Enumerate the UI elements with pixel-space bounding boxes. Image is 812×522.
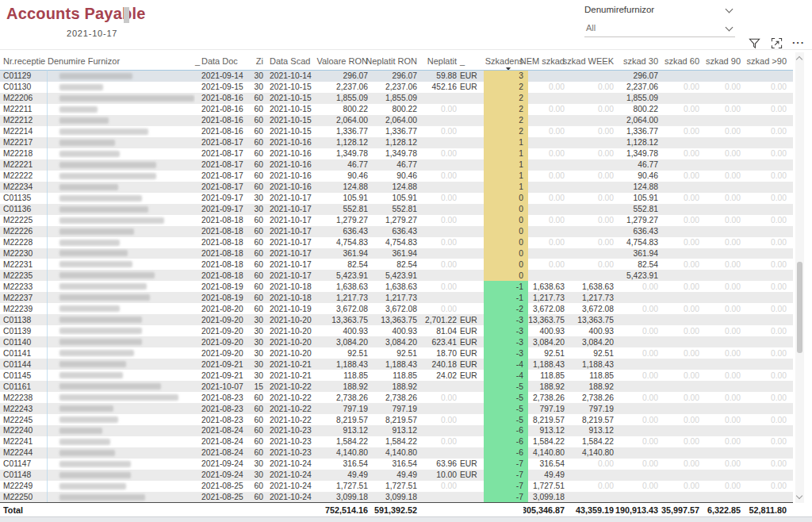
cell-nep: 913.12 [368,425,419,436]
table-row[interactable]: M222212021-08-17602021-10-1646.7746.7714… [0,159,793,171]
column-header-s90[interactable]: szkad 90 [699,52,741,70]
cell-cur: EUR [460,347,482,359]
column-header-eur[interactable]: Neplatit [417,52,457,70]
table-row[interactable]: M222382021-08-23602021-10-222,738.262,73… [0,392,793,403]
cell-val: 913.12 [316,425,370,436]
table-row[interactable]: M222062021-08-16602021-10-151,855.091,85… [0,93,793,104]
table-row[interactable]: C011302021-09-15302021-10-152,237.062,23… [0,82,793,93]
column-header-label: szkad 60 [665,56,699,66]
table-row[interactable]: C011352021-09-17302021-10-17105.91105.91… [0,193,793,204]
table-row[interactable]: M222392021-08-20602021-10-193,672.083,67… [0,303,793,314]
column-header-s30[interactable]: szkad 30 [614,52,658,70]
cell-cur [460,104,482,115]
column-header-s60[interactable]: szkad 60 [658,52,699,70]
table-row[interactable]: C011482021-09-24302021-10-2449.4949.4910… [0,470,793,481]
cell-vendor [48,226,195,237]
cell-s90: 0.00 [699,392,742,403]
cell-eur: 59.88 [417,71,458,82]
redacted-vendor-name [59,129,148,135]
table-row[interactable]: M222342021-08-17602021-10-16124.88124.88… [0,182,793,193]
table-row[interactable]: M222442021-08-24602021-10-234,140.804,14… [0,447,793,459]
column-header-nr[interactable]: Nr.receptie [3,52,48,70]
cell-u1 [195,370,201,381]
cell-eur [417,425,458,436]
table-row[interactable]: M222222021-08-17602021-10-1690.4690.460.… [0,171,793,182]
cell-u1 [195,347,201,359]
focus-mode-icon[interactable] [769,36,783,50]
column-header-week[interactable]: szkad WEEK [565,52,614,70]
cell-doc: 2021-08-23 [201,392,247,403]
redacted-vendor-name [59,339,142,345]
table-row[interactable]: M222352021-08-18602021-10-175,423.915,42… [0,270,793,281]
table-row[interactable]: M222282021-08-18602021-10-174,754.834,75… [0,237,793,248]
cell-eur: 0.00 [417,392,458,403]
table-row[interactable]: M222332021-08-19602021-10-181,638.631,63… [0,281,793,292]
cell-cur [460,481,482,492]
cell-vendor [48,148,195,159]
scroll-up-icon[interactable] [797,56,802,61]
redacted-vendor-name [59,483,126,489]
column-header-cur[interactable]: _ [460,52,482,70]
column-header-label: _ [460,56,465,66]
cell-eur: 24.02 [417,370,458,381]
table-row[interactable]: M222252021-08-18602021-10-171,279.271,27… [0,215,793,226]
column-header-doc[interactable]: Data Doc [201,52,247,70]
cell-s90p: 0.00 [741,414,788,425]
filter-icon[interactable] [747,36,761,50]
scrollbar-thumb[interactable] [797,262,802,353]
table-row[interactable]: C011392021-09-20302021-10-20400.93400.93… [0,325,793,336]
table-row[interactable]: C011412021-09-20302021-10-2092.5192.5118… [0,347,793,359]
table-row[interactable]: M222402021-08-24602021-10-23913.12913.12… [0,425,793,436]
table-row[interactable]: M222412021-08-24602021-10-231,584.221,58… [0,436,793,447]
cell-vendor [48,370,195,381]
table-row[interactable]: M222312021-08-18602021-10-1782.5482.540.… [0,259,793,270]
table-row[interactable]: M222302021-08-18602021-10-17361.94361.94… [0,248,793,259]
table-row[interactable]: M222502021-08-25602021-10-243,099.183,09… [0,492,793,502]
slicer-header[interactable]: Denumirefurnizor [584,3,735,16]
cell-nep: 400.93 [368,325,419,336]
vertical-scrollbar[interactable] [795,52,804,503]
table-row[interactable]: C011402021-09-20302021-10-203,084.203,08… [0,336,793,347]
scroll-down-icon[interactable] [797,493,802,499]
column-header-val[interactable]: Valoare RON [316,52,368,70]
cell-scad: 2021-10-17 [270,248,316,259]
column-header-zi[interactable]: Zi [244,52,263,70]
cell-s60: 0.00 [658,148,701,159]
cell-scad: 2021-10-23 [270,447,316,459]
column-header-szk[interactable]: Szkadens [484,52,523,70]
table-row[interactable]: M222492021-08-25602021-10-241,727.511,72… [0,481,793,492]
cell-zi: 60 [244,481,265,492]
cell-nep: 361.94 [368,248,419,259]
table-row[interactable]: M222172021-08-17602021-10-161,128.121,12… [0,137,793,148]
table-row[interactable]: C011292021-09-14302021-10-14296.07296.07… [0,70,793,82]
slicer-dropdown[interactable]: All [584,21,735,37]
cell-s90p [741,492,788,502]
table-row[interactable]: C011452021-09-21302021-10-21118.85118.85… [0,370,793,381]
column-header-nem[interactable]: NEM szkad [523,52,565,70]
table-row[interactable]: M222452021-08-23602021-10-228,219.578,21… [0,414,793,425]
table-row[interactable]: C011472021-09-24302021-10-24316.54316.54… [0,459,793,470]
table-row[interactable]: M222372021-08-19602021-10-181,217.731,21… [0,292,793,303]
table-row[interactable]: C011612021-10-07152021-10-22188.92188.92… [0,381,793,392]
table-row[interactable]: M222112021-08-16602021-10-15800.22800.22… [0,104,793,115]
table-row[interactable]: C011382021-09-20302021-10-2013,363.7513,… [0,314,793,325]
table-row[interactable]: M222182021-08-17602021-10-161,349.781,34… [0,148,793,159]
column-header-s90p[interactable]: szkad >90 [741,52,787,70]
table-row[interactable]: C011362021-09-17302021-10-17552.81552.81… [0,204,793,215]
more-options-icon[interactable]: ··· [791,36,806,50]
table-row[interactable]: M222262021-08-18602021-10-17636.43636.43… [0,226,793,237]
cell-nr: M22245 [3,414,48,425]
title-cursor-artifact [124,7,129,23]
cell-nr: C01138 [3,314,48,325]
cell-szk: 0 [484,215,528,226]
column-header-u1[interactable]: _ [195,52,201,70]
cell-eur [417,447,458,459]
table-row[interactable]: M222432021-08-23602021-10-22797.19797.19… [0,403,793,414]
cell-s90: 0.00 [699,237,742,248]
column-header-vendor[interactable]: Denumire Furnizor [48,52,195,70]
column-header-nep[interactable]: Neplatit RON [368,52,417,70]
table-row[interactable]: M222142021-08-16602021-10-151,336.771,33… [0,126,793,137]
table-row[interactable]: M222122021-08-16602021-10-152,064.002,06… [0,115,793,126]
table-row[interactable]: C011442021-09-21302021-10-211,188.431,18… [0,359,793,370]
column-header-scad[interactable]: Data Scad [270,52,316,70]
